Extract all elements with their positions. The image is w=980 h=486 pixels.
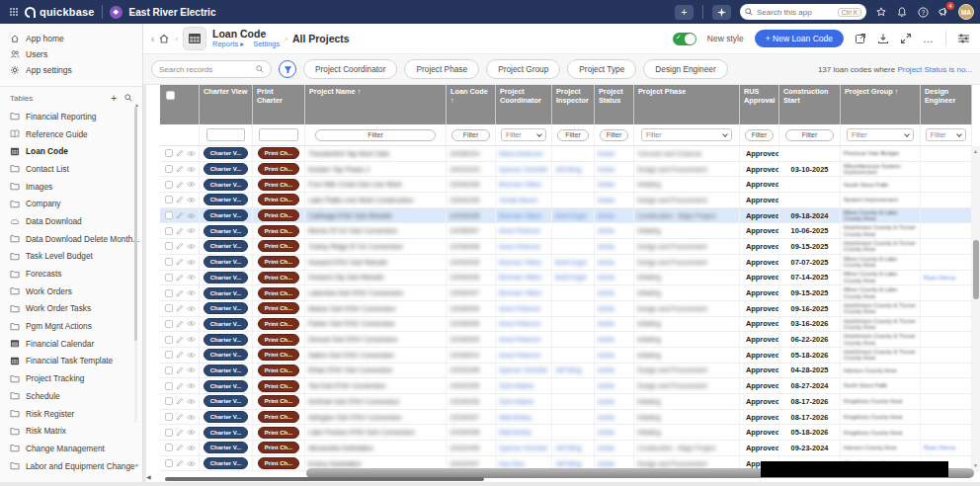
record-link[interactable]: Jeff Wing [555, 460, 582, 467]
view-icon[interactable] [187, 398, 196, 405]
table-row[interactable]: Charter V...Print Ch...Menno 57 kV Sub C… [160, 223, 972, 239]
sidebar-table-change-management[interactable]: Change Management [0, 440, 142, 457]
sidebar-item-app-home[interactable]: App home [0, 31, 142, 46]
row-checkbox[interactable] [165, 397, 173, 405]
charter-view-button[interactable]: Charter V... [204, 147, 248, 159]
print-charter-button[interactable]: Print Ch... [258, 287, 299, 299]
print-charter-button[interactable]: Print Ch... [258, 364, 299, 376]
charter-view-button[interactable]: Charter V... [204, 179, 248, 191]
col-header-design-engineer[interactable]: Design Engineer [921, 85, 972, 124]
filter-button[interactable]: Filter [600, 129, 629, 141]
view-icon[interactable] [187, 305, 196, 312]
table-row[interactable]: Charter V...Print Ch...Lakeview Sub 57kV… [160, 285, 972, 301]
record-link[interactable]: Anna Peterson [499, 227, 540, 234]
col-header-rus-approval[interactable]: RUS Approval [740, 85, 779, 124]
select-all-checkbox[interactable] [166, 91, 175, 100]
table-row[interactable]: Charter V...Print Ch...Four Mile Creek S… [160, 177, 972, 193]
record-link[interactable]: Brennan Villars [499, 289, 541, 296]
view-icon[interactable] [187, 320, 196, 327]
table-row[interactable]: Charter V...Print Ch...Howard City Sub R… [160, 271, 972, 286]
charter-view-button[interactable]: Charter V... [204, 349, 248, 361]
record-link[interactable]: Jeff Wing [555, 166, 582, 173]
record-link[interactable]: Ryan Klemp [924, 445, 956, 450]
record-link[interactable]: Anna Peterson [499, 243, 540, 250]
vertical-scrollbar[interactable]: ▲ ▼ [972, 146, 980, 472]
view-icon[interactable] [187, 227, 196, 234]
filter-chip-project-group[interactable]: Project Group [486, 59, 560, 79]
charter-view-button[interactable]: Charter V... [204, 256, 248, 268]
row-checkbox[interactable] [165, 196, 173, 203]
view-icon[interactable] [187, 352, 196, 359]
filter-button[interactable]: Filter [785, 129, 835, 141]
app-switcher-icon[interactable] [10, 8, 18, 16]
col-header-project-coordinator[interactable]: Project Coordinator [496, 85, 552, 124]
table-row[interactable]: Charter V...Print Ch...Lake Platte Line … [160, 193, 972, 208]
view-icon[interactable] [187, 445, 196, 451]
view-icon[interactable] [187, 212, 196, 219]
scroll-left-icon[interactable]: ◀ [146, 473, 151, 480]
sidebar-table-images[interactable]: Images [0, 178, 142, 196]
edit-icon[interactable] [176, 429, 184, 437]
row-checkbox[interactable] [165, 149, 173, 157]
print-charter-button[interactable]: Print Ch... [258, 225, 299, 237]
print-charter-button[interactable]: Print Ch... [258, 380, 299, 392]
print-charter-button[interactable]: Print Ch... [258, 194, 299, 205]
view-icon[interactable] [187, 366, 196, 373]
filter-input[interactable] [259, 128, 297, 141]
record-link[interactable]: Anna Peterson [499, 352, 540, 359]
row-checkbox[interactable] [165, 351, 173, 359]
edit-icon[interactable] [176, 258, 184, 266]
sidebar-table-financial-calendar[interactable]: Financial Calendar [0, 335, 142, 353]
sidebar-table-company[interactable]: Company [0, 195, 142, 212]
print-charter-button[interactable]: Print Ch... [258, 179, 299, 191]
record-link[interactable]: Ryan Klemp [924, 275, 956, 281]
edit-icon[interactable] [176, 274, 184, 282]
view-icon[interactable] [187, 289, 196, 296]
record-link[interactable]: Jeff Wing [555, 366, 582, 373]
filter-funnel-button[interactable] [279, 60, 296, 78]
charter-view-button[interactable]: Charter V... [204, 380, 248, 392]
table-row[interactable]: Charter V...Print Ch...Marion Sub 57kV C… [160, 301, 972, 317]
edit-icon[interactable] [176, 444, 184, 451]
sidebar-table-risk-matrix[interactable]: Risk Matrix [0, 422, 142, 440]
col-header-print-charter[interactable]: Print Charter [253, 85, 305, 124]
edit-icon[interactable] [176, 413, 184, 421]
record-link[interactable]: Brett Engel [555, 212, 587, 219]
grid-settings-button[interactable] [957, 33, 970, 44]
charter-view-button[interactable]: Charter V... [204, 240, 248, 252]
horizontal-scrollbar-thumb[interactable] [165, 477, 484, 481]
charter-view-button[interactable]: Charter V... [204, 163, 248, 175]
open-record-button[interactable] [855, 33, 866, 44]
col-header-loan-code[interactable]: Loan Code ↑ [447, 85, 496, 124]
print-charter-button[interactable]: Print Ch... [258, 442, 299, 453]
record-link[interactable]: Anna Peterson [499, 305, 540, 312]
print-charter-button[interactable]: Print Ch... [258, 256, 299, 268]
charter-view-button[interactable]: Charter V... [204, 272, 248, 284]
edit-icon[interactable] [176, 397, 184, 405]
sidebar-table-loan-code[interactable]: Loan Code [0, 142, 142, 160]
record-link[interactable]: Brennan Villars [499, 274, 541, 281]
table-row[interactable]: Charter V...Print Ch...Carthage 57kV Sub… [160, 208, 972, 224]
row-checkbox[interactable] [165, 165, 173, 173]
sidebar-table-financial-task-template[interactable]: Financial Task Template [0, 353, 142, 370]
search-tables-button[interactable] [124, 93, 132, 104]
sidebar-table-financial-reporting[interactable]: Financial Reporting [0, 108, 142, 125]
edit-icon[interactable] [176, 227, 184, 235]
view-icon[interactable] [187, 166, 196, 173]
edit-icon[interactable] [176, 165, 184, 173]
charter-view-button[interactable]: Charter V... [204, 427, 248, 439]
view-icon[interactable] [187, 243, 196, 250]
col-header-project-inspector[interactable]: Project Inspector [552, 85, 595, 124]
row-checkbox[interactable] [165, 320, 173, 328]
charter-view-button[interactable]: Charter V... [204, 318, 248, 330]
edit-icon[interactable] [176, 304, 184, 312]
print-charter-button[interactable]: Print Ch... [258, 349, 299, 361]
edit-icon[interactable] [176, 336, 184, 344]
sidebar-item-app-settings[interactable]: App settings [0, 62, 142, 78]
view-icon[interactable] [187, 181, 196, 188]
charter-view-button[interactable]: Charter V... [204, 194, 248, 205]
sidebar-scrollbar[interactable] [134, 107, 137, 423]
table-row[interactable]: Charter V...Print Ch...Dimock Sub 57kV C… [160, 332, 972, 348]
record-count-filter-link[interactable]: Project Status is no... [897, 65, 972, 74]
print-charter-button[interactable]: Print Ch... [258, 411, 299, 423]
